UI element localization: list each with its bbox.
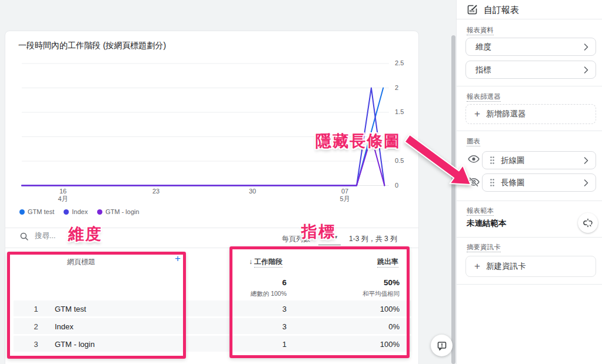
divider	[457, 86, 602, 86]
chevron-right-icon	[584, 66, 588, 74]
annotation-label-metric: 指標	[301, 221, 335, 242]
legend-label: GTM test	[28, 208, 54, 215]
legend-item: Index	[64, 208, 88, 215]
annotation-label-dimension: 維度	[68, 223, 102, 245]
plus-icon: +	[474, 108, 480, 120]
drag-handle-icon[interactable]	[490, 178, 495, 187]
panel-scrollbar-thumb[interactable]	[451, 35, 455, 364]
annotation-arrow-icon	[394, 128, 480, 196]
add-filter-button[interactable]: + 新增篩選器	[465, 104, 596, 124]
drag-handle-icon[interactable]	[490, 156, 495, 165]
divider	[457, 284, 602, 285]
x-axis-tick: 164月	[51, 188, 75, 203]
x-axis-tick: 30	[241, 188, 264, 195]
legend-dot-icon	[19, 209, 25, 215]
panel-title: 自訂報表	[484, 5, 519, 16]
legend-item: GTM test	[19, 208, 54, 215]
panel-item-metrics[interactable]: 指標	[465, 61, 596, 79]
feedback-button[interactable]	[431, 335, 453, 356]
feedback-bubble-icon	[436, 340, 448, 352]
link-template-button[interactable]	[578, 213, 598, 233]
legend-item: GTM - login	[97, 208, 139, 215]
legend-dot-icon	[64, 209, 69, 215]
y-axis-tick: 2	[395, 84, 413, 91]
legend-label: GTM - login	[105, 208, 139, 215]
x-axis-tick: 075月	[333, 188, 357, 203]
x-axis-tick: 23	[144, 188, 168, 195]
section-label-report-filters: 報表篩選器	[467, 92, 501, 101]
link-off-icon	[583, 218, 593, 228]
annotation-label-hide-bar-chart: 隱藏長條圖	[315, 131, 401, 152]
section-label-report-template: 報表範本	[467, 206, 494, 215]
ga-custom-report-screen: 一段時間內的工作階段 (按網頁標題劃分) 2.5 2 1.5 1 0.5 0 1…	[0, 0, 602, 364]
chevron-right-icon	[584, 44, 588, 51]
template-status: 未連結範本	[467, 218, 507, 229]
annotation-box-dimension	[7, 252, 186, 359]
custom-report-icon	[466, 3, 479, 16]
y-axis-tick: 2.5	[395, 59, 413, 66]
new-card-button[interactable]: + 新建資訊卡	[465, 256, 596, 277]
annotation-box-metrics	[230, 246, 410, 358]
pagination-range: 1-3 列，共 3 列	[349, 234, 397, 244]
rows-per-page-select[interactable]	[318, 245, 341, 245]
panel-item-dimensions[interactable]: 維度	[465, 38, 596, 56]
chevron-right-icon	[584, 179, 588, 186]
legend-label: Index	[72, 208, 88, 215]
divider	[457, 201, 602, 201]
chevron-right-icon	[584, 157, 588, 164]
section-label-report-data: 報表資料	[467, 26, 494, 35]
chart-legend: GTM test Index GTM - login	[19, 208, 139, 215]
y-axis-tick: 1.5	[395, 108, 413, 115]
divider	[457, 237, 602, 238]
plus-icon: +	[474, 261, 480, 272]
panel-item-bar-chart[interactable]: 長條圖	[482, 173, 596, 192]
legend-dot-icon	[97, 209, 102, 215]
panel-item-line-chart[interactable]: 折線圖	[482, 151, 596, 169]
search-icon	[19, 232, 29, 241]
section-label-summary-cards: 摘要資訊卡	[467, 243, 501, 252]
divider	[5, 228, 418, 228]
divider	[457, 19, 602, 19]
